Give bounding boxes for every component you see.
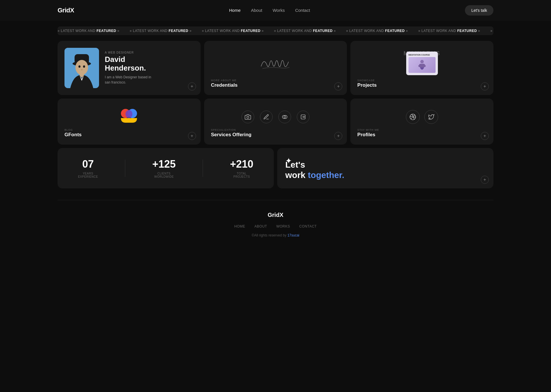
grid-mid-row: BLOG GFonts + <box>58 99 493 145</box>
cta-text-work: work <box>285 170 305 180</box>
services-card-plus-button[interactable]: + <box>334 132 342 140</box>
gfonts-logo <box>64 105 194 128</box>
credentials-title: Credentials <box>211 82 340 88</box>
hero-card: A WEB DESIGNER David Henderson. I am a W… <box>58 41 201 95</box>
stat-years-label2: EXPERIENCE <box>78 175 98 178</box>
works-mockup: MEDITATION COURSE <box>406 52 438 75</box>
nav-link-about[interactable]: About <box>251 8 262 13</box>
svg-point-5 <box>79 65 81 68</box>
dribbble-icon[interactable] <box>406 110 420 124</box>
hero-description: I am a Web Designer based insan francisc… <box>105 75 194 85</box>
footer-links: HOME ABOUT WORKS CONTACT <box>58 224 493 229</box>
services-title: Services Offering <box>211 132 340 138</box>
gfonts-title: GFonts <box>64 132 194 138</box>
main-content: A WEB DESIGNER David Henderson. I am a W… <box>0 35 551 200</box>
nav-link-home[interactable]: Home <box>229 8 241 13</box>
stat-clients-number: +125 <box>152 158 176 170</box>
profiles-title: Profiles <box>357 132 487 138</box>
ticker-inner: » LATEST WORK AND FEATURED » » LATEST WO… <box>58 29 493 33</box>
services-icons <box>211 105 340 128</box>
stat-projects: +210 TOTAL PROJECTS <box>230 158 253 178</box>
stat-years-label1: YEARS <box>78 172 98 175</box>
projects-label: SHOWCASE <box>357 79 487 82</box>
stat-years-number: 07 <box>78 158 98 170</box>
hero-photo-svg <box>64 48 99 88</box>
footer-link-works[interactable]: WORKS <box>276 224 290 228</box>
navbar: GridX Home About Works Contact Let's tal… <box>0 0 551 21</box>
grid-bottom-row: 07 YEARS EXPERIENCE +125 CLIENTS WORLDWI… <box>58 148 493 188</box>
footer-copyright: ©All rights reserved by 17sucai <box>58 233 493 237</box>
hero-name: David Henderson. <box>105 55 194 73</box>
ticker-bar: » LATEST WORK AND FEATURED » » LATEST WO… <box>58 26 493 35</box>
stat-projects-label1: TOTAL <box>230 172 253 175</box>
cta-card-plus-button[interactable]: + <box>481 176 489 184</box>
stat-clients-label2: WORLDWIDE <box>152 175 176 178</box>
stat-years: 07 YEARS EXPERIENCE <box>78 158 98 178</box>
cta-text: Let's work together. <box>285 160 485 180</box>
mockup-image <box>409 57 436 73</box>
footer-copy-link[interactable]: 17sucai <box>287 233 299 237</box>
hero-subtitle: A WEB DESIGNER <box>105 51 194 54</box>
footer-link-about[interactable]: ABOUT <box>254 224 267 228</box>
nav-link-works[interactable]: Works <box>273 8 285 13</box>
stat-divider-1 <box>125 160 125 177</box>
footer-logo: GridX <box>58 212 493 218</box>
grid-top-row: A WEB DESIGNER David Henderson. I am a W… <box>58 41 493 95</box>
nav-link-contact[interactable]: Contact <box>295 8 310 13</box>
hero-card-plus-button[interactable]: + <box>188 82 196 90</box>
projects-card-plus-button[interactable]: + <box>481 82 489 90</box>
credentials-card: MORE ABOUT ME Credentials + <box>204 41 347 95</box>
stat-projects-number: +210 <box>230 158 253 170</box>
svg-point-11 <box>126 110 132 118</box>
footer: GridX HOME ABOUT WORKS CONTACT ©All righ… <box>58 200 493 246</box>
mockup-header: MEDITATION COURSE <box>409 54 436 56</box>
projects-card: MY WORKS MEDITATION COURSE <box>350 41 493 95</box>
profiles-card-plus-button[interactable]: + <box>481 132 489 140</box>
profiles-label: STAY WITH ME <box>357 128 487 131</box>
stat-clients: +125 CLIENTS WORLDWIDE <box>152 158 176 178</box>
credentials-label: MORE ABOUT ME <box>211 79 340 82</box>
footer-link-contact[interactable]: CONTACT <box>299 224 317 228</box>
profiles-icons <box>357 105 487 128</box>
services-card: SPECIALIZATION Services Offering + <box>204 99 347 145</box>
stat-divider-2 <box>203 160 203 177</box>
lets-talk-button[interactable]: Let's talk <box>465 5 493 16</box>
nav-logo[interactable]: GridX <box>58 7 74 14</box>
signature-area <box>211 48 340 79</box>
credentials-card-plus-button[interactable]: + <box>334 82 342 90</box>
gfonts-icon-svg <box>117 105 140 128</box>
overlap-icon <box>278 111 291 123</box>
nav-links: Home About Works Contact <box>229 8 310 13</box>
gfonts-label: BLOG <box>64 128 194 131</box>
footer-link-home[interactable]: HOME <box>234 224 245 228</box>
svg-point-3 <box>75 60 88 75</box>
profiles-card: STAY WITH ME Profiles + <box>350 99 493 145</box>
gfonts-card-plus-button[interactable]: + <box>188 132 196 140</box>
camera-icon <box>242 111 254 123</box>
gfonts-card: BLOG GFonts + <box>58 99 201 145</box>
stat-clients-label1: CLIENTS <box>152 172 176 175</box>
pen-icon <box>260 111 273 123</box>
cta-star-icon: ✦ <box>285 156 292 166</box>
svg-point-12 <box>247 116 249 118</box>
svg-point-6 <box>83 65 85 68</box>
twitter-icon[interactable] <box>424 110 438 124</box>
stat-projects-label2: PROJECTS <box>230 175 253 178</box>
hero-text: A WEB DESIGNER David Henderson. I am a W… <box>105 51 194 85</box>
svg-point-7 <box>81 69 83 70</box>
meditation-figure-svg <box>418 59 426 71</box>
swap-icon <box>297 111 309 123</box>
services-label: SPECIALIZATION <box>211 128 340 131</box>
hero-photo <box>64 48 99 88</box>
works-preview: MY WORKS MEDITATION COURSE <box>357 48 487 79</box>
signature-svg <box>258 55 293 72</box>
cta-text-together: together. <box>305 170 344 180</box>
projects-title: Projects <box>357 82 487 88</box>
svg-point-8 <box>420 60 424 63</box>
cta-card: ✦ Let's work together. + <box>277 148 493 188</box>
stats-card: 07 YEARS EXPERIENCE +125 CLIENTS WORLDWI… <box>58 148 274 188</box>
